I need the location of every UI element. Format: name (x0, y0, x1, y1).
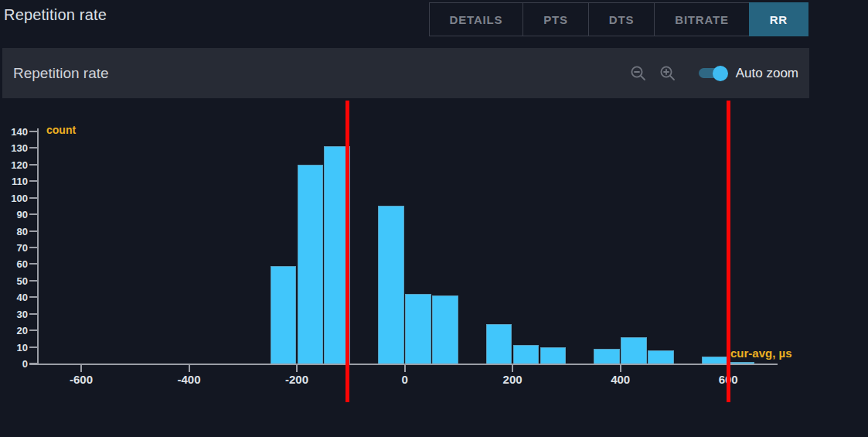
chart-toolbar: Repetition rate Auto zoom (2, 48, 809, 98)
x-tick-label: -400 (158, 373, 220, 386)
y-tick (29, 197, 37, 199)
zoom-out-icon[interactable] (629, 64, 648, 83)
y-tick-label: 110 (0, 176, 28, 187)
y-tick (29, 329, 37, 331)
y-tick (29, 347, 37, 348)
x-tick-label: -600 (50, 373, 112, 386)
tab-bitrate[interactable]: BITRATE (654, 2, 749, 36)
y-tick-label: 60 (0, 258, 28, 270)
y-tick (29, 296, 37, 298)
y-tick (29, 213, 37, 215)
y-tick-label: 0 (0, 358, 28, 370)
y-axis-title: count (46, 124, 76, 136)
tab-details[interactable]: DETAILS (429, 2, 524, 36)
histogram-bar (378, 206, 404, 364)
tab-label: PTS (543, 13, 568, 26)
y-tick-label: 20 (0, 325, 28, 336)
zoom-in-icon[interactable] (659, 64, 677, 83)
tab-rr[interactable]: RR (749, 2, 808, 36)
auto-zoom-toggle[interactable] (699, 66, 728, 81)
histogram-bar (405, 294, 431, 364)
y-tick (29, 180, 37, 182)
histogram-bar (621, 337, 647, 364)
y-axis-line (37, 128, 39, 365)
histogram-bar (298, 165, 324, 364)
tab-dts[interactable]: DTS (588, 2, 655, 36)
x-tick (512, 365, 513, 372)
y-tick (29, 247, 37, 248)
analyzer-page: Repetition rate DETAILSPTSDTSBITRATERR R… (0, 0, 868, 437)
x-axis-title: cur-avg, µs (730, 347, 792, 360)
y-tick-label: 130 (0, 142, 28, 154)
histogram-bar (594, 349, 620, 364)
x-tick (80, 365, 82, 372)
y-tick-label: 120 (0, 159, 28, 171)
chart-title: Repetition rate (13, 65, 629, 82)
x-tick (296, 365, 298, 372)
tab-pts[interactable]: PTS (523, 2, 589, 36)
cursor-line-right (727, 101, 730, 402)
histogram-bar (540, 347, 567, 364)
y-tick (29, 147, 37, 149)
tab-label: BITRATE (675, 13, 728, 26)
x-tick (189, 365, 190, 372)
histogram-bar (702, 357, 728, 364)
tab-label: DTS (609, 13, 634, 26)
y-tick (29, 280, 37, 282)
tab-bar: DETAILSPTSDTSBITRATERR (430, 2, 808, 36)
toggle-knob (713, 66, 728, 81)
y-tick (29, 131, 37, 132)
y-tick-label: 30 (0, 309, 28, 320)
page-title: Repetition rate (4, 6, 107, 24)
histogram-bar (432, 295, 458, 364)
x-tick (620, 365, 621, 372)
histogram-bar (486, 324, 512, 364)
y-tick (29, 230, 37, 232)
tab-label: RR (770, 13, 788, 26)
y-tick-label: 70 (0, 242, 28, 254)
auto-zoom-label: Auto zoom (736, 66, 798, 81)
y-tick-label: 40 (0, 292, 28, 303)
y-tick-label: 10 (0, 342, 28, 353)
tab-label: DETAILS (450, 13, 503, 26)
x-tick (404, 365, 406, 372)
x-tick-label: -200 (266, 373, 328, 386)
y-tick-label: 50 (0, 275, 28, 287)
histogram-chart: 0102030405060708090100110120130140-600-4… (0, 98, 868, 437)
y-tick (29, 363, 37, 364)
y-tick (29, 263, 37, 265)
x-tick-label: 400 (590, 373, 652, 386)
histogram-bar (513, 345, 540, 364)
histogram-bar (648, 350, 674, 364)
y-tick (29, 313, 37, 315)
cursor-line-left (345, 101, 349, 402)
histogram-bar (271, 266, 297, 364)
y-tick-label: 80 (0, 226, 28, 237)
x-tick-label: 200 (482, 373, 543, 386)
x-tick-label: 0 (374, 373, 436, 386)
y-tick-label: 140 (0, 126, 28, 138)
y-tick-label: 100 (0, 193, 28, 204)
y-tick (29, 164, 37, 166)
y-tick-label: 90 (0, 209, 28, 220)
